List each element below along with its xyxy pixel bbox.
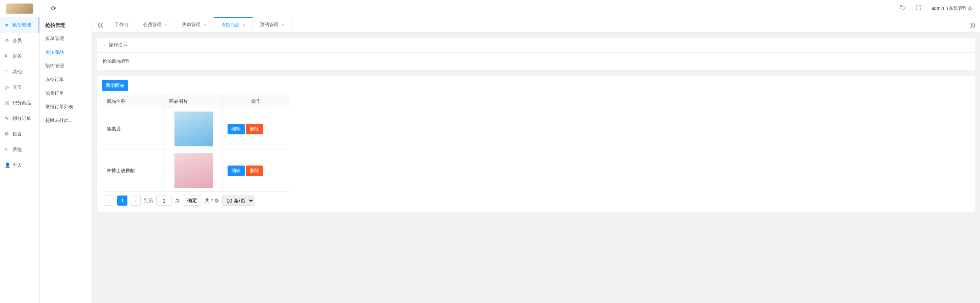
subnav-item-1[interactable]: 抢拍商品: [40, 46, 92, 59]
cell-name: 林博士玻尿酸: [102, 150, 164, 192]
mainnav-item-1[interactable]: ☺会员: [0, 33, 39, 48]
subnav-item-2[interactable]: 预约管理: [40, 59, 92, 73]
mainnav-icon: ★: [5, 22, 10, 28]
mainnav-item-6[interactable]: ✎积分订单: [0, 111, 39, 126]
mainnav-item-5[interactable]: 🛒积分商品: [0, 95, 39, 111]
delete-button[interactable]: 删除: [246, 124, 263, 134]
svg-point-0: [901, 6, 902, 7]
close-icon[interactable]: ×: [243, 23, 245, 28]
tab-label: 预约管理: [260, 21, 279, 28]
delete-button[interactable]: 删除: [246, 166, 263, 176]
mainnav-label: 充值: [12, 84, 22, 91]
app-logo: [6, 4, 33, 14]
close-icon[interactable]: ×: [165, 22, 168, 28]
tab-3[interactable]: 抢拍商品×: [214, 17, 253, 32]
tabs-more-icon[interactable]: ❯❯: [964, 17, 980, 32]
table-panel: 新增商品 商品名称 商品图片 操作 德易通编辑 删除林博士玻尿酸编辑 删除 ‹: [97, 75, 975, 212]
total-label: 共 2 条: [205, 197, 219, 204]
mainnav-label: 财务: [12, 53, 22, 60]
page-current[interactable]: 1: [117, 196, 127, 206]
hint-body: 抢拍商品管理: [97, 53, 975, 70]
main-nav: ★抢拍管理☺会员¥财务□其他◎充值🛒积分商品✎积分订单⚙设置⎋系统👤个人: [0, 17, 40, 303]
mainnav-icon: □: [5, 69, 10, 74]
mainnav-item-2[interactable]: ¥财务: [0, 48, 39, 64]
page-next[interactable]: ›: [131, 196, 141, 206]
tabs-collapse-left[interactable]: ❮❮: [92, 17, 108, 32]
mainnav-item-4[interactable]: ◎充值: [0, 79, 39, 95]
refresh-icon[interactable]: ⟳: [51, 5, 56, 12]
mainnav-item-7[interactable]: ⚙设置: [0, 126, 39, 142]
tab-label: 买单管理: [182, 21, 201, 28]
cell-name: 德易通: [102, 108, 164, 150]
edit-button[interactable]: 编辑: [228, 124, 245, 134]
table-row: 林博士玻尿酸编辑 删除: [102, 150, 289, 192]
page-prev[interactable]: ‹: [104, 196, 114, 206]
mainnav-label: 会员: [12, 37, 22, 44]
mainnav-icon: ⚙: [5, 131, 10, 137]
mainnav-item-8[interactable]: ⎋系统: [0, 142, 39, 157]
user-label[interactable]: admin（系统管理员: [931, 5, 972, 12]
product-image: [174, 111, 213, 146]
hint-panel: ⌄ 操作提示 抢拍商品管理: [97, 37, 975, 70]
mainnav-icon: ✎: [5, 116, 10, 121]
hint-title: 操作提示: [109, 42, 127, 48]
sub-nav-title: 抢拍管理: [40, 17, 92, 32]
table-row: 德易通编辑 删除: [102, 108, 289, 150]
mainnav-item-9[interactable]: 👤个人: [0, 157, 39, 173]
chevron-down-icon: ⌄: [102, 43, 106, 47]
mainnav-label: 个人: [12, 162, 22, 169]
tab-label: 会员管理: [143, 21, 162, 28]
mainnav-icon: ☺: [5, 38, 10, 43]
mainnav-label: 系统: [12, 146, 22, 153]
th-name: 商品名称: [102, 95, 164, 108]
tab-label: 工作台: [115, 21, 129, 28]
pagination: ‹ 1 › 到第 页 确定 共 2 条 10 条/页20 条/页50 条/页: [102, 192, 970, 207]
mainnav-label: 抢拍管理: [12, 22, 31, 28]
cell-ops: 编辑 删除: [223, 108, 289, 150]
subnav-item-0[interactable]: 买单管理: [40, 32, 92, 46]
page-confirm-button[interactable]: 确定: [183, 196, 201, 206]
subnav-item-4[interactable]: 拍卖订单: [40, 86, 92, 100]
tab-label: 抢拍商品: [221, 22, 240, 28]
mainnav-icon: 👤: [5, 162, 10, 168]
cell-image: [164, 108, 223, 150]
fullscreen-icon[interactable]: [916, 5, 921, 12]
sub-nav-column: 抢拍管理 买单管理抢拍商品预约管理冻结订单拍卖订单举报订单列表超时未打款...: [40, 17, 92, 303]
top-right: admin（系统管理员: [899, 5, 976, 12]
page-word: 页: [175, 197, 180, 204]
product-image: [174, 153, 213, 188]
cell-ops: 编辑 删除: [223, 150, 289, 192]
mainnav-label: 其他: [12, 69, 22, 75]
sub-nav: 买单管理抢拍商品预约管理冻结订单拍卖订单举报订单列表超时未打款...: [40, 32, 92, 127]
tab-0[interactable]: 工作台: [108, 17, 136, 32]
subnav-item-3[interactable]: 冻结订单: [40, 73, 92, 86]
tab-2[interactable]: 买单管理×: [175, 17, 214, 32]
th-ops: 操作: [223, 95, 289, 108]
mainnav-icon: ¥: [5, 53, 10, 59]
mainnav-label: 积分商品: [12, 100, 31, 106]
add-product-button[interactable]: 新增商品: [102, 80, 128, 91]
page-input[interactable]: [156, 196, 172, 206]
tab-1[interactable]: 会员管理×: [136, 17, 175, 32]
product-table: 商品名称 商品图片 操作 德易通编辑 删除林博士玻尿酸编辑 删除: [102, 95, 289, 192]
mainnav-item-3[interactable]: □其他: [0, 64, 39, 79]
tab-4[interactable]: 预约管理×: [253, 17, 292, 32]
tag-icon[interactable]: [899, 5, 906, 12]
mainnav-icon: ⎋: [5, 147, 10, 152]
hint-panel-header[interactable]: ⌄ 操作提示: [97, 38, 975, 53]
mainnav-item-0[interactable]: ★抢拍管理: [0, 17, 39, 33]
tab-bar: ❮❮ 工作台会员管理×买单管理×抢拍商品×预约管理× ❯❯: [92, 17, 980, 33]
subnav-item-6[interactable]: 超时未打款...: [40, 114, 92, 127]
close-icon[interactable]: ×: [204, 22, 207, 28]
mainnav-icon: ◎: [5, 85, 10, 90]
goto-label: 到第: [144, 197, 153, 204]
subnav-item-5[interactable]: 举报订单列表: [40, 100, 92, 114]
page-size-select[interactable]: 10 条/页20 条/页50 条/页: [222, 196, 254, 206]
edit-button[interactable]: 编辑: [228, 166, 245, 176]
mainnav-label: 设置: [12, 131, 22, 137]
th-image: 商品图片: [164, 95, 223, 108]
close-icon[interactable]: ×: [282, 22, 284, 28]
mainnav-label: 积分订单: [12, 115, 31, 122]
cell-image: [164, 150, 223, 192]
main-area: ❮❮ 工作台会员管理×买单管理×抢拍商品×预约管理× ❯❯ ⌄ 操作提示 抢拍商…: [92, 17, 980, 303]
